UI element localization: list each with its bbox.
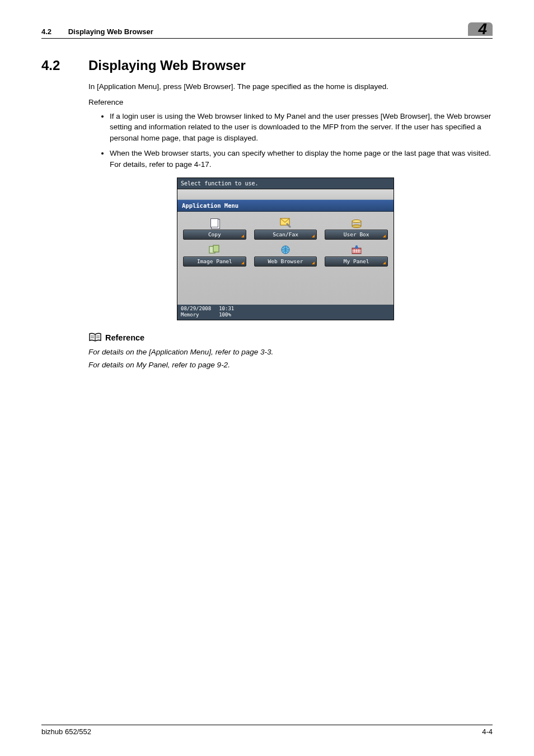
reference-bullets: If a login user is using the Web browser… [88,111,493,170]
mypanel-button[interactable]: My Panel [325,256,388,267]
imagepanel-button[interactable]: Image Panel [183,256,246,267]
copy-icon [208,217,221,228]
reference-label: Reference [88,98,493,106]
copy-button[interactable]: Copy [183,230,246,240]
reference-lines: For details on the [Application Menu], r… [88,346,493,372]
footer-right: 4-4 [482,727,493,736]
header-section-name: Displaying Web Browser [68,27,153,36]
mfp-screenshot: Select function to use. Application Menu… [177,178,394,320]
mfp-item-mypanel[interactable]: My Panel [325,244,388,267]
svg-rect-4 [213,245,219,252]
svg-point-2 [352,220,361,223]
page-footer: bizhub 652/552 4-4 [41,725,493,736]
mfp-status-date: 08/29/2008 [181,306,211,312]
webbrowser-button[interactable]: Web Browser [254,256,317,267]
reference-block: Reference For details on the [Applicatio… [88,333,493,372]
section-number: 4.2 [41,58,88,73]
mfp-item-userbox[interactable]: User Box [325,217,388,240]
userbox-button[interactable]: User Box [325,230,388,240]
reference-block-title: Reference [105,333,144,342]
mfp-item-copy[interactable]: Copy [183,217,246,240]
bullet-item: If a login user is using the Web browser… [110,111,493,144]
mfp-body: Copy Scan/Fax User Box [177,212,394,305]
running-header: 4.2 Displaying Web Browser 4 [41,22,493,39]
book-icon [88,333,102,343]
mfp-row-1: Copy Scan/Fax User Box [183,217,388,240]
mfp-item-webbrowser[interactable]: Web Browser [254,244,317,267]
footer-left: bizhub 652/552 [41,727,91,736]
mfp-item-imagepanel[interactable]: Image Panel [183,244,246,267]
mfp-item-scanfax[interactable]: Scan/Fax [254,217,317,240]
mfp-menu-title: Application Menu [177,199,394,212]
reference-line: For details on the [Application Menu], r… [88,346,493,359]
header-section-number: 4.2 [41,27,51,36]
mfp-instruction: Select function to use. [177,178,394,189]
userbox-icon [350,217,363,228]
scanfax-icon [279,217,292,228]
mfp-status-bar: 08/29/2008 Memory 10:31 100% [177,305,394,320]
mfp-row-2: Image Panel Web Browser [183,244,388,267]
reference-line: For details on My Panel, refer to page 9… [88,359,493,372]
chapter-tab: 4 [468,22,493,36]
mfp-status-memory-value: 100% [219,312,234,318]
mfp-spacer [177,189,394,199]
mypanel-icon [350,244,363,255]
section-heading: 4.2 Displaying Web Browser [41,58,493,73]
section-title: Displaying Web Browser [88,58,246,73]
scanfax-button[interactable]: Scan/Fax [254,230,317,240]
svg-rect-13 [355,247,358,249]
imagepanel-icon [208,244,221,255]
webbrowser-icon [279,244,292,255]
running-header-left: 4.2 Displaying Web Browser [41,27,153,36]
bullet-item: When the Web browser starts, you can spe… [110,148,493,170]
mfp-status-memory-label: Memory [181,312,211,318]
section-intro: In [Application Menu], press [Web Browse… [88,81,493,92]
mfp-status-time: 10:31 [219,306,234,312]
svg-point-1 [352,225,361,228]
